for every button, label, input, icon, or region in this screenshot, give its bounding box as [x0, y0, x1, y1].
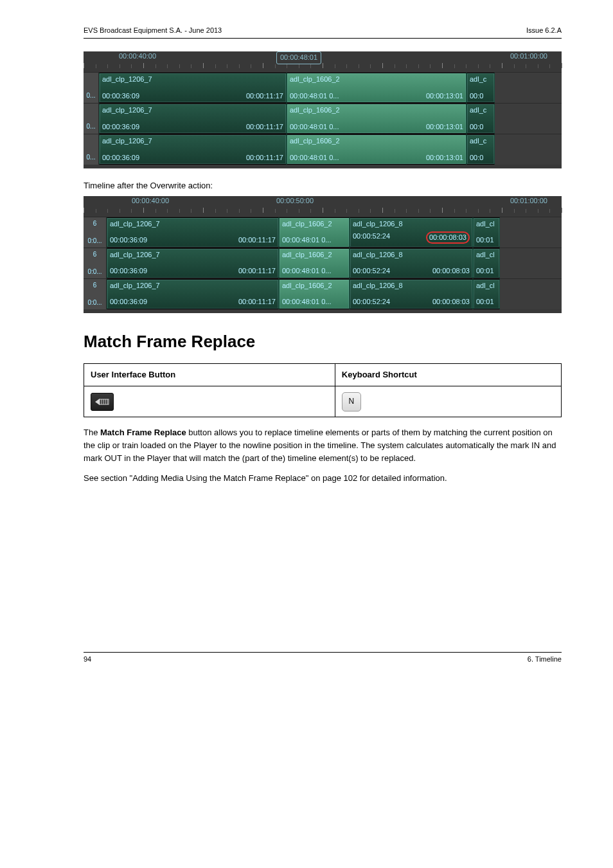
timeline-clip[interactable]: adl_cl00:01 — [473, 248, 500, 278]
timeline-after-image: 00:00:40:0000:00:50:0000:01:00:0060:0...… — [84, 196, 562, 313]
timeline-clip[interactable]: adl_clp_1606_200:00:48:01 0...00:00:13:0… — [287, 73, 466, 103]
clip-in-tc: 00:00:48:01 0... — [290, 122, 339, 132]
ruler-time-label: 00:00:50:00 — [276, 196, 314, 206]
clip-name: adl_clp_1206_8 — [353, 281, 403, 291]
clip-in-tc: 00:00:48:01 0... — [290, 153, 339, 163]
clip-name: adl_cl — [476, 281, 495, 291]
ruler-time-label: 00:01:00:00 — [510, 196, 547, 206]
clip-name: adl_clp_1206_7 — [110, 250, 160, 260]
paragraph-1: The Match Frame Replace button allows yo… — [84, 426, 562, 465]
clip-name: adl_clp_1206_7 — [110, 219, 160, 229]
header-right: Issue 6.2.A — [526, 26, 562, 35]
timeline-clip[interactable]: adl_clp_1206_700:00:36:0900:00:11:17 — [107, 217, 279, 248]
timeline-clip[interactable]: adl_cl00:01 — [473, 279, 500, 309]
clip-name: adl_clp_1606_2 — [290, 75, 340, 84]
clip-duration: 00:00:11:17 — [246, 153, 283, 163]
section-title: Match Frame Replace — [84, 330, 562, 353]
footer-section: 6. Timeline — [528, 655, 562, 664]
timeline-caption: Timeline after the Overwrite action: — [84, 180, 562, 192]
page-footer: 94 6. Timeline — [84, 653, 562, 664]
timeline-clip[interactable]: adl_clp_1206_700:00:36:0900:00:11:17 — [107, 279, 279, 309]
clip-duration: 00:00:13:01 — [426, 91, 463, 101]
timeline-track: 0...adl_clp_1206_700:00:36:0900:00:11:17… — [84, 103, 562, 134]
clip-name: adl_clp_1606_2 — [290, 136, 340, 146]
timeline-ruler: 00:00:40:0000:00:50:0000:01:00:00 — [84, 196, 562, 213]
timeline-track: 60:0...adl_clp_1206_700:00:36:0900:00:11… — [84, 248, 562, 278]
timeline-clip[interactable]: adl_clp_1606_200:00:48:01 0...00:00:13:0… — [287, 104, 466, 134]
clip-in-tc: 00:01 — [476, 297, 494, 307]
match-frame-replace-button[interactable] — [91, 393, 114, 411]
clip-in-tc: 00:00:48:01 0... — [282, 297, 331, 307]
track-gutter: 0... — [84, 73, 99, 103]
clip-name: adl_c — [470, 75, 486, 84]
paragraph-2: See section "Adding Media Using the Matc… — [84, 472, 562, 485]
track-gutter: 60:0... — [84, 279, 107, 309]
timeline-clip[interactable]: adl_c00:0 — [466, 104, 495, 134]
ruler-time-label: 00:00:40:00 — [119, 51, 156, 61]
ruler-time-label: 00:01:00:00 — [510, 51, 547, 61]
page-number: 94 — [84, 655, 91, 664]
header-left: EVS Broadcast Equipment S.A. - June 2013 — [84, 26, 222, 35]
timeline-clip[interactable]: adl_clp_1206_800:00:52:2400:00:08:03 — [350, 248, 473, 278]
timeline-clip[interactable]: adl_clp_1206_700:00:36:0900:00:11:17 — [99, 134, 287, 165]
ruler-time-label: 00:00:40:00 — [132, 196, 169, 206]
clip-name: adl_clp_1206_7 — [110, 281, 160, 291]
timeline-clip[interactable]: adl_clp_1206_700:00:36:0900:00:11:17 — [99, 104, 287, 134]
timeline-clip[interactable]: adl_clp_1606_200:00:48:01 0... — [279, 248, 350, 278]
clip-in-tc: 00:01 — [476, 266, 494, 276]
timeline-clip[interactable]: adl_clp_1206_800:00:52:2400:00:08:03 — [350, 279, 473, 309]
timeline-clip[interactable]: adl_clp_1206_800:00:52:2400:00:08:03 — [350, 217, 473, 248]
keyboard-key-n: N — [342, 392, 361, 411]
clip-duration: 00:00:11:17 — [246, 91, 283, 101]
track-gutter: 60:0... — [84, 217, 107, 248]
clip-name: adl_clp_1606_2 — [282, 250, 332, 260]
timeline-clip[interactable]: adl_clp_1606_200:00:48:01 0...00:00:13:0… — [287, 134, 466, 165]
clip-in-tc: 00:01 — [476, 235, 494, 245]
timeline-clip[interactable]: adl_clp_1206_700:00:36:0900:00:11:17 — [107, 248, 279, 278]
timeline-clip[interactable]: adl_cl00:01 — [473, 217, 500, 248]
timeline-clip[interactable]: adl_clp_1606_200:00:48:01 0... — [279, 279, 350, 309]
timeline-clip[interactable]: adl_c00:0 — [466, 134, 495, 165]
clip-duration: 00:00:13:01 — [426, 122, 463, 132]
clip-in-tc: 00:00:36:09 — [102, 153, 139, 163]
timeline-before-image: 00:00:40:0000:00:48:0100:01:00:000...adl… — [84, 51, 562, 168]
match-frame-replace-icon — [95, 397, 109, 406]
page-header: EVS Broadcast Equipment S.A. - June 2013… — [84, 26, 562, 38]
timeline-clip[interactable]: adl_clp_1606_200:00:48:01 0... — [279, 217, 350, 248]
track-gutter: 0... — [84, 104, 99, 134]
clip-in-tc: 00:00:48:01 0... — [290, 91, 339, 101]
clip-name: adl_clp_1606_2 — [290, 105, 340, 115]
clip-in-tc: 00:00:52:24 — [353, 297, 390, 307]
timeline-track: 0...adl_clp_1206_700:00:36:0900:00:11:17… — [84, 72, 562, 103]
clip-in-tc: 00:00:52:24 — [353, 231, 390, 247]
header-rule — [84, 38, 562, 39]
clip-name: adl_cl — [476, 250, 495, 260]
clip-in-tc: 00:00:48:01 0... — [282, 235, 331, 245]
timeline-track: 0...adl_clp_1206_700:00:36:0900:00:11:17… — [84, 134, 562, 165]
clip-duration: 00:00:08:03 — [425, 231, 470, 247]
table-header-ui-button: User Interface Button — [84, 363, 335, 386]
clip-in-tc: 00:0 — [470, 122, 483, 132]
clip-duration: 00:00:11:17 — [238, 297, 276, 307]
clip-in-tc: 00:00:48:01 0... — [282, 266, 331, 276]
timeline-clip[interactable]: adl_c00:0 — [466, 73, 495, 103]
clip-in-tc: 00:00:36:09 — [102, 122, 139, 132]
clip-name: adl_c — [470, 136, 486, 146]
clip-name: adl_clp_1206_7 — [102, 105, 152, 115]
clip-in-tc: 00:00:36:09 — [110, 297, 147, 307]
clip-duration: 00:00:08:03 — [432, 297, 470, 307]
timeline-ruler: 00:00:40:0000:00:48:0100:01:00:00 — [84, 51, 562, 68]
clip-name: adl_clp_1206_8 — [353, 219, 403, 229]
timeline-clip[interactable]: adl_clp_1206_700:00:36:0900:00:11:17 — [99, 73, 287, 103]
clip-in-tc: 00:00:36:09 — [110, 266, 147, 276]
clip-name: adl_clp_1606_2 — [282, 281, 332, 291]
clip-duration: 00:00:11:17 — [238, 266, 276, 276]
timeline-track: 60:0...adl_clp_1206_700:00:36:0900:00:11… — [84, 278, 562, 309]
clip-duration: 00:00:11:17 — [238, 235, 276, 245]
highlight-oval-icon: 00:00:08:03 — [426, 231, 470, 244]
clip-in-tc: 00:0 — [470, 91, 483, 101]
clip-in-tc: 00:00:52:24 — [353, 266, 390, 276]
clip-duration: 00:00:08:03 — [432, 266, 470, 276]
shortcut-table: User Interface Button Keyboard Shortcut — [84, 363, 562, 417]
track-gutter: 0... — [84, 134, 99, 165]
